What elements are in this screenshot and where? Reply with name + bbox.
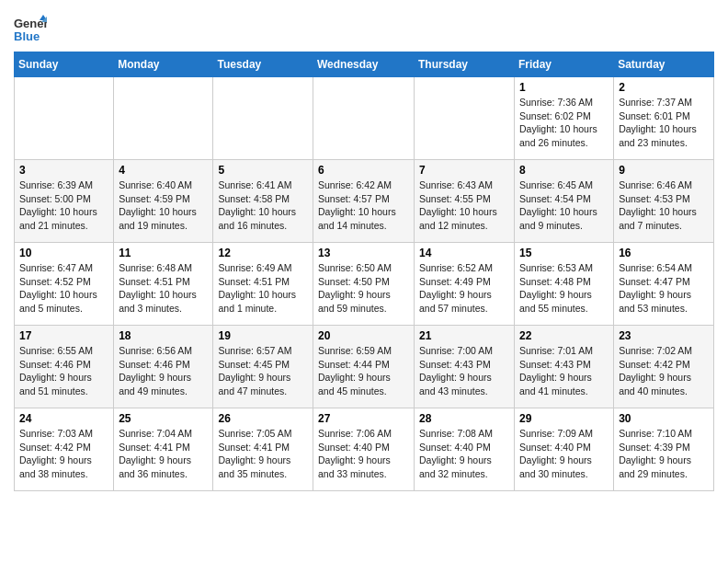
day-info: Sunrise: 7:10 AMSunset: 4:39 PMDaylight:… <box>619 427 709 481</box>
day-info: Sunrise: 6:42 AMSunset: 4:57 PMDaylight:… <box>318 178 409 233</box>
svg-text:Blue: Blue <box>14 29 40 43</box>
day-info: Sunrise: 6:41 AMSunset: 4:58 PMDaylight:… <box>218 178 308 233</box>
day-info: Sunrise: 7:01 AMSunset: 4:43 PMDaylight:… <box>519 344 609 398</box>
logo-icon: General Blue <box>14 13 47 46</box>
day-info: Sunrise: 6:54 AMSunset: 4:47 PMDaylight:… <box>619 261 709 316</box>
day-number: 28 <box>419 412 509 425</box>
day-number: 19 <box>218 329 308 342</box>
calendar-cell: 22Sunrise: 7:01 AMSunset: 4:43 PMDayligh… <box>515 326 614 408</box>
day-number: 25 <box>119 412 208 425</box>
day-info: Sunrise: 7:04 AMSunset: 4:41 PMDaylight:… <box>119 427 208 481</box>
day-number: 9 <box>619 164 709 177</box>
day-info: Sunrise: 6:39 AMSunset: 5:00 PMDaylight:… <box>19 178 108 233</box>
calendar-cell: 15Sunrise: 6:53 AMSunset: 4:48 PMDayligh… <box>515 243 614 326</box>
day-info: Sunrise: 7:08 AMSunset: 4:40 PMDaylight:… <box>419 427 509 481</box>
calendar-cell: 11Sunrise: 6:48 AMSunset: 4:51 PMDayligh… <box>114 243 213 326</box>
day-info: Sunrise: 6:59 AMSunset: 4:44 PMDaylight:… <box>318 344 409 398</box>
day-info: Sunrise: 6:57 AMSunset: 4:45 PMDaylight:… <box>218 344 308 398</box>
day-number: 8 <box>519 164 609 177</box>
calendar-cell: 27Sunrise: 7:06 AMSunset: 4:40 PMDayligh… <box>313 408 415 491</box>
header-monday: Monday <box>114 52 213 77</box>
day-number: 29 <box>519 412 609 425</box>
day-number: 23 <box>619 329 709 342</box>
day-info: Sunrise: 6:43 AMSunset: 4:55 PMDaylight:… <box>419 178 509 233</box>
day-number: 30 <box>619 412 709 425</box>
header-friday: Friday <box>515 52 614 77</box>
calendar-cell <box>213 77 313 160</box>
calendar-cell: 18Sunrise: 6:56 AMSunset: 4:46 PMDayligh… <box>114 326 213 408</box>
logo: General Blue <box>14 13 51 46</box>
day-info: Sunrise: 6:52 AMSunset: 4:49 PMDaylight:… <box>419 261 509 316</box>
day-number: 20 <box>318 329 409 342</box>
calendar-week-4: 17Sunrise: 6:55 AMSunset: 4:46 PMDayligh… <box>15 326 714 408</box>
day-info: Sunrise: 7:09 AMSunset: 4:40 PMDaylight:… <box>519 427 609 481</box>
day-number: 24 <box>19 412 108 425</box>
calendar-cell <box>114 77 213 160</box>
day-number: 27 <box>318 412 409 425</box>
day-number: 4 <box>119 164 208 177</box>
day-number: 2 <box>619 81 709 94</box>
calendar-cell: 28Sunrise: 7:08 AMSunset: 4:40 PMDayligh… <box>415 408 515 491</box>
day-info: Sunrise: 6:56 AMSunset: 4:46 PMDaylight:… <box>119 344 208 398</box>
day-number: 3 <box>19 164 108 177</box>
day-number: 15 <box>519 247 609 259</box>
day-info: Sunrise: 6:48 AMSunset: 4:51 PMDaylight:… <box>119 261 208 316</box>
day-info: Sunrise: 6:53 AMSunset: 4:48 PMDaylight:… <box>519 261 609 316</box>
calendar-cell: 3Sunrise: 6:39 AMSunset: 5:00 PMDaylight… <box>15 160 114 243</box>
calendar-cell <box>15 77 114 160</box>
calendar-cell: 26Sunrise: 7:05 AMSunset: 4:41 PMDayligh… <box>213 408 313 491</box>
calendar-cell: 13Sunrise: 6:50 AMSunset: 4:50 PMDayligh… <box>313 243 415 326</box>
day-number: 7 <box>419 164 509 177</box>
day-info: Sunrise: 7:05 AMSunset: 4:41 PMDaylight:… <box>218 427 308 481</box>
day-number: 26 <box>218 412 308 425</box>
day-number: 18 <box>119 329 208 342</box>
calendar-week-5: 24Sunrise: 7:03 AMSunset: 4:42 PMDayligh… <box>15 408 714 491</box>
calendar-header-row: SundayMondayTuesdayWednesdayThursdayFrid… <box>15 52 714 77</box>
calendar-cell <box>415 77 515 160</box>
calendar-cell: 7Sunrise: 6:43 AMSunset: 4:55 PMDaylight… <box>415 160 515 243</box>
day-info: Sunrise: 7:00 AMSunset: 4:43 PMDaylight:… <box>419 344 509 398</box>
day-info: Sunrise: 6:46 AMSunset: 4:53 PMDaylight:… <box>619 178 709 233</box>
calendar-cell: 10Sunrise: 6:47 AMSunset: 4:52 PMDayligh… <box>15 243 114 326</box>
calendar-cell: 21Sunrise: 7:00 AMSunset: 4:43 PMDayligh… <box>415 326 515 408</box>
day-info: Sunrise: 6:50 AMSunset: 4:50 PMDaylight:… <box>318 261 409 316</box>
header-saturday: Saturday <box>614 52 714 77</box>
calendar-cell: 19Sunrise: 6:57 AMSunset: 4:45 PMDayligh… <box>213 326 313 408</box>
day-number: 22 <box>519 329 609 342</box>
calendar-cell: 30Sunrise: 7:10 AMSunset: 4:39 PMDayligh… <box>614 408 714 491</box>
day-number: 5 <box>218 164 308 177</box>
page-header: General Blue <box>14 9 714 46</box>
calendar-cell: 20Sunrise: 6:59 AMSunset: 4:44 PMDayligh… <box>313 326 415 408</box>
calendar-cell: 23Sunrise: 7:02 AMSunset: 4:42 PMDayligh… <box>614 326 714 408</box>
day-info: Sunrise: 7:03 AMSunset: 4:42 PMDaylight:… <box>19 427 108 481</box>
calendar-table: SundayMondayTuesdayWednesdayThursdayFrid… <box>14 52 714 491</box>
day-number: 6 <box>318 164 409 177</box>
day-info: Sunrise: 7:06 AMSunset: 4:40 PMDaylight:… <box>318 427 409 481</box>
day-info: Sunrise: 6:49 AMSunset: 4:51 PMDaylight:… <box>218 261 308 316</box>
header-wednesday: Wednesday <box>313 52 415 77</box>
day-number: 16 <box>619 247 709 259</box>
day-number: 12 <box>218 247 308 259</box>
calendar-cell: 2Sunrise: 7:37 AMSunset: 6:01 PMDaylight… <box>614 77 714 160</box>
calendar-cell: 24Sunrise: 7:03 AMSunset: 4:42 PMDayligh… <box>15 408 114 491</box>
calendar-cell: 12Sunrise: 6:49 AMSunset: 4:51 PMDayligh… <box>213 243 313 326</box>
day-info: Sunrise: 6:45 AMSunset: 4:54 PMDaylight:… <box>519 178 609 233</box>
calendar-cell: 8Sunrise: 6:45 AMSunset: 4:54 PMDaylight… <box>515 160 614 243</box>
calendar-cell: 4Sunrise: 6:40 AMSunset: 4:59 PMDaylight… <box>114 160 213 243</box>
day-info: Sunrise: 7:36 AMSunset: 6:02 PMDaylight:… <box>519 96 609 150</box>
day-info: Sunrise: 7:02 AMSunset: 4:42 PMDaylight:… <box>619 344 709 398</box>
calendar-cell: 9Sunrise: 6:46 AMSunset: 4:53 PMDaylight… <box>614 160 714 243</box>
day-number: 10 <box>19 247 108 259</box>
day-info: Sunrise: 6:40 AMSunset: 4:59 PMDaylight:… <box>119 178 208 233</box>
calendar-cell: 25Sunrise: 7:04 AMSunset: 4:41 PMDayligh… <box>114 408 213 491</box>
calendar-cell: 1Sunrise: 7:36 AMSunset: 6:02 PMDaylight… <box>515 77 614 160</box>
day-number: 1 <box>519 81 609 94</box>
calendar-week-3: 10Sunrise: 6:47 AMSunset: 4:52 PMDayligh… <box>15 243 714 326</box>
day-number: 14 <box>419 247 509 259</box>
calendar-cell: 6Sunrise: 6:42 AMSunset: 4:57 PMDaylight… <box>313 160 415 243</box>
calendar-cell: 29Sunrise: 7:09 AMSunset: 4:40 PMDayligh… <box>515 408 614 491</box>
day-number: 11 <box>119 247 208 259</box>
day-number: 17 <box>19 329 108 342</box>
calendar-cell: 5Sunrise: 6:41 AMSunset: 4:58 PMDaylight… <box>213 160 313 243</box>
calendar-week-2: 3Sunrise: 6:39 AMSunset: 5:00 PMDaylight… <box>15 160 714 243</box>
